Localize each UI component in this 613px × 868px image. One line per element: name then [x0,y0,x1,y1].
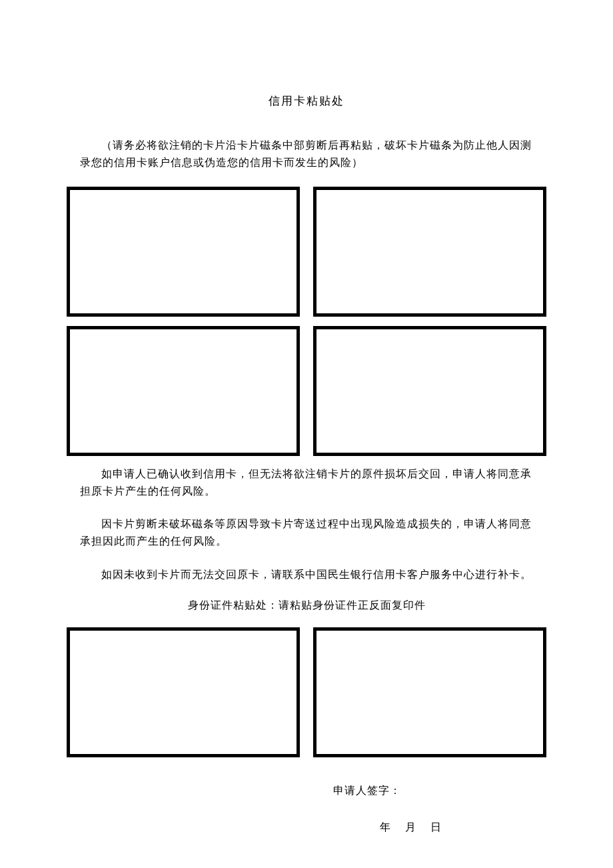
card-paste-row-1 [67,187,546,317]
card-paste-row-2 [67,326,546,456]
date-line: 年 月 日 [380,821,546,835]
card-paste-box-3 [67,326,300,456]
paragraph-1: 如申请人已确认收到信用卡，但无法将欲注销卡片的原件损坏后交回，申请人将同意承担原… [80,465,533,499]
section-title-id-paste: 身份证件粘贴处：请粘贴身份证件正反面复印件 [67,599,546,613]
instruction-note: （请务必将欲注销的卡片沿卡片磁条中部剪断后再粘贴，破坏卡片磁条为防止他人因测录您… [80,137,533,171]
id-paste-box-back [313,627,546,757]
paragraph-2: 因卡片剪断未破坏磁条等原因导致卡片寄送过程中出现风险造成损失的，申请人将同意承担… [80,515,533,549]
card-paste-box-4 [313,326,546,456]
paragraph-3: 如因未收到卡片而无法交回原卡，请联系中国民生银行信用卡客户服务中心进行补卡。 [80,566,533,583]
signature-label: 申请人签字： [333,784,546,798]
id-paste-box-front [67,627,300,757]
card-paste-box-2 [313,187,546,317]
card-paste-box-1 [67,187,300,317]
signature-area: 申请人签字： 年 月 日 [67,784,546,835]
id-paste-row [67,627,546,757]
section-title-card-paste: 信用卡粘贴处 [67,93,546,109]
